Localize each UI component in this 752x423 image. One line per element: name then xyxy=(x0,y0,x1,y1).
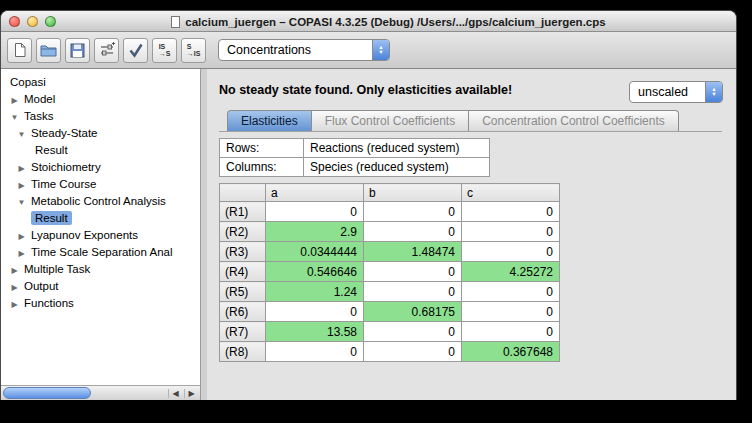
s-to-is-icon: S →IS xyxy=(187,43,201,58)
sidebar-item-functions[interactable]: ▶Functions xyxy=(1,295,200,312)
row-header-r6[interactable]: (R6) xyxy=(220,302,266,322)
matrix-cell[interactable]: 0.367648 xyxy=(462,342,560,362)
matrix-cell[interactable]: 0.0344444 xyxy=(266,242,364,262)
matrix-cell[interactable]: 0 xyxy=(364,322,462,342)
matrix-cell[interactable]: 0.546646 xyxy=(266,262,364,282)
state-to-initial-state-button[interactable]: S →IS xyxy=(181,38,206,63)
matrix-cell[interactable]: 0 xyxy=(462,242,560,262)
row-header-r2[interactable]: (R2) xyxy=(220,222,266,242)
sidebar-item-tasks[interactable]: ▼Tasks xyxy=(1,108,200,125)
zoom-window-button[interactable] xyxy=(45,16,56,27)
minimize-window-button[interactable] xyxy=(27,16,38,27)
main-panel: No steady state found. Only elasticities… xyxy=(207,69,736,400)
tab-elasticities[interactable]: Elasticities xyxy=(227,110,312,131)
scroll-right-arrow-icon[interactable]: ▶ xyxy=(184,389,198,398)
row-header-r5[interactable]: (R5) xyxy=(220,282,266,302)
sidebar-item-steady-state[interactable]: ▼Steady-State xyxy=(1,125,200,142)
sidebar-item-label: Functions xyxy=(20,296,78,310)
tab-concentration-control-coefficients[interactable]: Concentration Control Coefficients xyxy=(468,110,679,131)
disclosure-closed-icon[interactable]: ▶ xyxy=(9,279,20,295)
row-header-r1[interactable]: (R1) xyxy=(220,202,266,222)
sidebar-item-multiple-task[interactable]: ▶Multiple Task xyxy=(1,261,200,278)
sidebar-item-time-course[interactable]: ▶Time Course xyxy=(1,176,200,193)
matrix-cell[interactable]: 0 xyxy=(364,342,462,362)
matrix-cell[interactable]: 0.68175 xyxy=(364,302,462,322)
is-to-s-icon: IS →S xyxy=(159,43,171,58)
scroll-left-arrow-icon[interactable]: ◀ xyxy=(168,389,182,398)
new-file-button[interactable] xyxy=(7,38,32,63)
disclosure-open-icon[interactable]: ▼ xyxy=(16,194,27,210)
matrix-cell[interactable]: 1.48474 xyxy=(364,242,462,262)
row-header-r7[interactable]: (R7) xyxy=(220,322,266,342)
scrollbar-thumb[interactable] xyxy=(3,387,91,399)
navigation-tree: Copasi▶Model▼Tasks▼Steady-StateResult▶St… xyxy=(1,69,201,400)
sidebar-item-model[interactable]: ▶Model xyxy=(1,91,200,108)
sidebar-item-result[interactable]: Result xyxy=(1,142,200,159)
rows-value: Reactions (reduced system) xyxy=(304,139,490,158)
row-header-r8[interactable]: (R8) xyxy=(220,342,266,362)
matrix-cell[interactable]: 4.25272 xyxy=(462,262,560,282)
disclosure-closed-icon[interactable]: ▶ xyxy=(9,262,20,278)
sidebar-item-label: Steady-State xyxy=(27,126,101,140)
disclosure-open-icon[interactable]: ▼ xyxy=(9,109,20,125)
disclosure-closed-icon[interactable]: ▶ xyxy=(9,92,20,108)
sidebar-item-label: Metabolic Control Analysis xyxy=(27,194,170,208)
view-selector-value: Concentrations xyxy=(227,43,311,57)
open-folder-icon xyxy=(40,43,57,58)
disclosure-closed-icon[interactable]: ▶ xyxy=(16,228,27,244)
toolbar: IS →S S →IS Concentrations ▲▼ xyxy=(1,32,736,69)
table-row: (R8)000.367648 xyxy=(220,342,560,362)
disclosure-closed-icon[interactable]: ▶ xyxy=(16,160,27,176)
scale-select[interactable]: unscaled ▲▼ xyxy=(629,81,723,103)
elasticities-table: abc(R1)000(R2)2.900(R3)0.03444441.484740… xyxy=(219,183,560,362)
combo-stepper-icon: ▲▼ xyxy=(705,82,722,102)
sidebar-item-result[interactable]: Result xyxy=(1,210,200,227)
initial-state-to-state-button[interactable]: IS →S xyxy=(152,38,177,63)
columns-value: Species (reduced system) xyxy=(304,158,490,177)
sidebar-item-copasi[interactable]: Copasi xyxy=(1,74,200,91)
disclosure-closed-icon[interactable]: ▶ xyxy=(16,177,27,193)
matrix-cell[interactable]: 0 xyxy=(364,282,462,302)
column-header-b[interactable]: b xyxy=(364,184,462,202)
save-file-button[interactable] xyxy=(65,38,90,63)
disclosure-closed-icon[interactable]: ▶ xyxy=(16,245,27,261)
matrix-cell[interactable]: 0 xyxy=(266,302,364,322)
sidebar-item-label: Model xyxy=(20,92,59,106)
disclosure-open-icon[interactable]: ▼ xyxy=(16,126,27,142)
row-header-r3[interactable]: (R3) xyxy=(220,242,266,262)
window-controls xyxy=(9,16,56,27)
view-selector-combo[interactable]: Concentrations ▲▼ xyxy=(218,39,390,61)
sidebar-item-output[interactable]: ▶Output xyxy=(1,278,200,295)
matrix-cell[interactable]: 1.24 xyxy=(266,282,364,302)
table-row: (R7)13.5800 xyxy=(220,322,560,342)
column-header-a[interactable]: a xyxy=(266,184,364,202)
sidebar-item-stoichiometry[interactable]: ▶Stoichiometry xyxy=(1,159,200,176)
row-header-r4[interactable]: (R4) xyxy=(220,262,266,282)
matrix-cell[interactable]: 13.58 xyxy=(266,322,364,342)
disclosure-closed-icon[interactable]: ▶ xyxy=(9,296,20,312)
matrix-cell[interactable]: 0 xyxy=(364,202,462,222)
matrix-cell[interactable]: 0 xyxy=(266,202,364,222)
table-row: Rows: Reactions (reduced system) xyxy=(220,139,490,158)
matrix-cell[interactable]: 0 xyxy=(364,262,462,282)
check-model-button[interactable] xyxy=(123,38,148,63)
matrix-cell[interactable]: 0 xyxy=(462,302,560,322)
slider-icon xyxy=(99,42,115,58)
show-sliders-button[interactable] xyxy=(94,38,119,63)
matrix-cell[interactable]: 0 xyxy=(462,322,560,342)
sidebar-item-lyapunov-exponents[interactable]: ▶Lyapunov Exponents xyxy=(1,227,200,244)
matrix-cell[interactable]: 0 xyxy=(364,222,462,242)
matrix-cell[interactable]: 0 xyxy=(462,202,560,222)
sidebar-horizontal-scrollbar[interactable]: ◀ ▶ xyxy=(1,385,200,400)
open-file-button[interactable] xyxy=(36,38,61,63)
column-header-c[interactable]: c xyxy=(462,184,560,202)
sidebar-item-metabolic-control-analysis[interactable]: ▼Metabolic Control Analysis xyxy=(1,193,200,210)
close-window-button[interactable] xyxy=(9,16,20,27)
matrix-cell[interactable]: 0 xyxy=(266,342,364,362)
sidebar-item-label: Tasks xyxy=(20,109,57,123)
matrix-cell[interactable]: 0 xyxy=(462,222,560,242)
sidebar-item-time-scale-separation-anal[interactable]: ▶Time Scale Separation Anal xyxy=(1,244,200,261)
matrix-cell[interactable]: 0 xyxy=(462,282,560,302)
tab-flux-control-coefficients[interactable]: Flux Control Coefficients xyxy=(311,110,470,131)
matrix-cell[interactable]: 2.9 xyxy=(266,222,364,242)
